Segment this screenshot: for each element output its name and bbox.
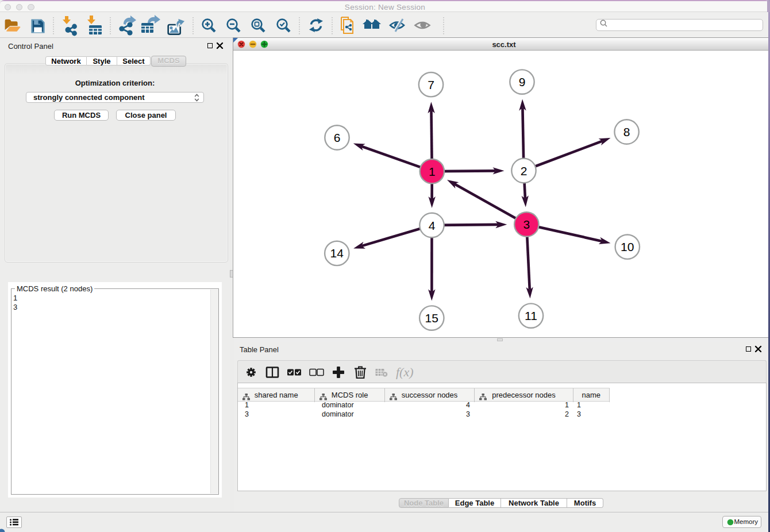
svg-text:1: 1 [429, 165, 436, 178]
svg-text:7: 7 [428, 78, 434, 91]
svg-text:3: 3 [523, 218, 530, 231]
svg-text:9: 9 [519, 75, 526, 88]
svg-text:10: 10 [621, 240, 634, 253]
svg-text:6: 6 [334, 131, 341, 144]
svg-text:2: 2 [521, 164, 528, 178]
svg-text:f(x): f(x) [396, 365, 414, 379]
svg-text:15: 15 [425, 311, 438, 325]
svg-text:4: 4 [429, 219, 436, 232]
svg-text:8: 8 [623, 125, 630, 138]
svg-text:14: 14 [330, 246, 344, 260]
svg-text:11: 11 [525, 309, 537, 322]
